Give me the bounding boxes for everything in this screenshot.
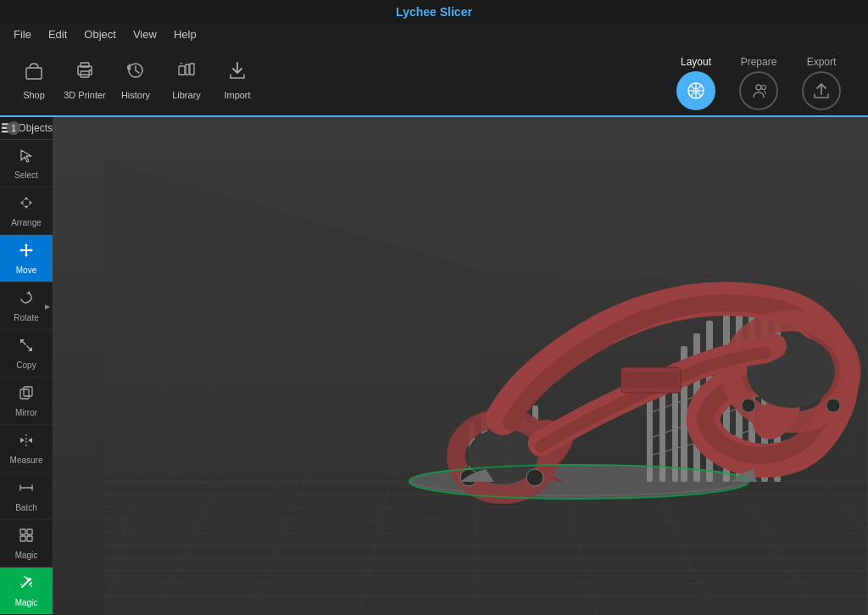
svg-rect-0 <box>26 68 42 79</box>
tab-export-label: Export <box>807 56 837 68</box>
svg-point-98 <box>742 399 755 412</box>
sidebar-move[interactable]: Move <box>0 235 53 282</box>
tab-prepare[interactable]: Prepare <box>729 56 788 110</box>
svg-point-23 <box>28 578 31 581</box>
svg-point-4 <box>89 70 91 71</box>
sidebar-scale[interactable]: Copy <box>0 330 53 377</box>
batch-icon <box>18 527 35 548</box>
sidebar: 1 Objects Select <box>0 117 53 615</box>
titlebar: Lychee Slicer <box>0 0 868 24</box>
magic-icon <box>18 574 35 595</box>
svg-rect-6 <box>179 66 185 75</box>
svg-rect-101 <box>623 372 679 389</box>
svg-rect-22 <box>27 536 32 541</box>
tab-export[interactable]: Export <box>792 56 851 110</box>
objects-panel[interactable]: 1 Objects <box>0 117 53 140</box>
select-icon <box>18 147 35 168</box>
scale-label: Copy <box>16 361 36 370</box>
batch-label: Magic <box>15 551 38 560</box>
menubar: File Edit Object View Help <box>0 24 868 44</box>
svg-rect-20 <box>27 529 32 534</box>
app-title: Lychee Slicer <box>396 5 472 19</box>
rotate-icon <box>18 289 35 310</box>
select-label: Select <box>14 171 38 180</box>
toolbar-library[interactable]: Library <box>161 50 212 109</box>
arrange-label: Arrange <box>11 218 42 227</box>
toolbar-history[interactable]: History <box>110 50 161 109</box>
history-label: History <box>121 90 150 100</box>
printer-icon <box>74 59 96 87</box>
svg-rect-21 <box>20 536 25 541</box>
sidebar-magic[interactable]: Magic <box>0 567 53 615</box>
scale-icon <box>18 337 35 358</box>
svg-marker-9 <box>180 62 182 64</box>
move-icon <box>18 242 35 263</box>
tab-layout-label: Layout <box>681 56 711 68</box>
mirror-label: Measure <box>10 456 43 465</box>
svg-rect-18 <box>24 387 32 396</box>
mirror-icon <box>18 432 35 453</box>
library-icon <box>175 59 198 87</box>
toolbar-shop[interactable]: Shop <box>8 50 59 109</box>
layout-icon <box>676 71 715 110</box>
export-icon <box>802 71 841 110</box>
svg-point-99 <box>826 399 840 412</box>
magic-label: Magic <box>15 598 38 607</box>
menu-object[interactable]: Object <box>77 26 123 42</box>
tab-layout[interactable]: Layout <box>666 56 726 110</box>
sidebar-arrange[interactable]: Arrange <box>0 187 53 235</box>
copy-icon <box>18 384 35 405</box>
menu-file[interactable]: File <box>7 26 38 42</box>
printer-label: 3D Printer <box>64 90 106 100</box>
import-icon <box>226 59 248 87</box>
prepare-icon <box>739 71 778 110</box>
svg-rect-8 <box>190 64 194 75</box>
shop-label: Shop <box>23 90 45 100</box>
toolbar-left: Shop 3D Printer <box>0 50 271 109</box>
tab-prepare-label: Prepare <box>741 56 777 68</box>
sidebar-mirror[interactable]: Measure <box>0 425 53 472</box>
copy-label: Mirror <box>15 408 37 417</box>
viewport[interactable] <box>53 117 868 615</box>
menu-help[interactable]: Help <box>167 26 203 42</box>
measure-icon <box>18 479 35 500</box>
viewport-canvas <box>53 117 868 615</box>
rotate-label: Rotate <box>14 313 38 322</box>
sidebar-batch[interactable]: Magic <box>0 520 53 567</box>
menu-edit[interactable]: Edit <box>42 26 74 42</box>
objects-label: Objects <box>18 122 53 134</box>
history-icon <box>125 59 147 87</box>
workflow-tabs: Layout Prepare <box>666 44 868 115</box>
toolbar-import[interactable]: Import <box>212 50 263 109</box>
sidebar-rotate[interactable]: ▶ Rotate <box>0 282 53 330</box>
sidebar-copy[interactable]: Mirror <box>0 377 53 425</box>
measure-label: Batch <box>15 503 37 512</box>
library-label: Library <box>172 90 201 100</box>
menu-view[interactable]: View <box>126 26 164 42</box>
toolbar: Shop 3D Printer <box>0 44 868 117</box>
import-label: Import <box>224 90 250 100</box>
main: 1 Objects Select <box>0 117 868 615</box>
move-label: Move <box>16 266 36 275</box>
svg-point-13 <box>762 86 766 90</box>
shop-icon <box>23 59 45 87</box>
svg-point-95 <box>526 469 543 486</box>
sidebar-select[interactable]: Select <box>0 140 53 187</box>
arrange-icon <box>18 194 35 215</box>
svg-rect-17 <box>20 389 29 399</box>
rotate-expand-arrow: ▶ <box>45 302 50 310</box>
toolbar-3dprinter[interactable]: 3D Printer <box>59 50 110 109</box>
svg-point-12 <box>756 85 761 90</box>
objects-badge: 1 <box>7 121 20 135</box>
svg-rect-19 <box>20 529 25 534</box>
sidebar-measure[interactable]: Batch <box>0 472 53 520</box>
svg-rect-7 <box>186 64 189 75</box>
